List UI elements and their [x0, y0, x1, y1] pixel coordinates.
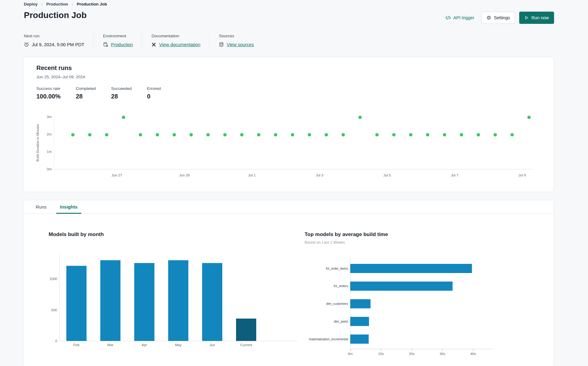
meta-sources: Sources View sources — [209, 34, 263, 47]
meta-environment: Environment Production — [94, 34, 142, 47]
svg-text:Build Duration in Minutes: Build Duration in Minutes — [36, 124, 39, 161]
svg-text:30s: 30s — [440, 352, 446, 356]
svg-text:0m: 0m — [47, 167, 52, 171]
next-run-value: Jul 9, 2024, 5:00 PM PDT — [32, 42, 84, 47]
svg-text:Jul 7: Jul 7 — [451, 173, 458, 177]
svg-text:Jun 29: Jun 29 — [179, 173, 190, 177]
page-title: Production Job — [24, 10, 87, 20]
view-sources-link[interactable]: View sources — [227, 42, 254, 47]
chevron-right-icon: › — [72, 2, 73, 6]
svg-text:20s: 20s — [409, 352, 415, 356]
svg-text:fct_order_items: fct_order_items — [326, 267, 348, 270]
svg-text:Feb: Feb — [73, 343, 80, 347]
settings-label: Settings — [494, 15, 510, 20]
stat-errored: Errored 0 — [147, 86, 161, 100]
api-trigger-link[interactable]: API trigger — [445, 15, 475, 20]
top-models-chart-title: Top models by average build time — [305, 231, 388, 238]
environment-link[interactable]: Production — [111, 42, 133, 47]
tab-insights[interactable]: Insights — [53, 200, 84, 213]
svg-text:Jun 27: Jun 27 — [112, 173, 122, 177]
breadcrumb-production-job: Production Job — [77, 2, 107, 6]
svg-text:Jul 9: Jul 9 — [519, 173, 526, 177]
settings-button[interactable]: ⚙ Settings — [481, 12, 515, 24]
svg-text:dim_parts: dim_parts — [334, 320, 348, 323]
alarm-clock-icon — [24, 42, 29, 47]
environment-stack-icon — [103, 42, 108, 47]
stat-succeeded: Succeeded 28 — [111, 86, 132, 100]
svg-text:Jun: Jun — [209, 343, 215, 347]
recent-runs-card: Recent runs Jun 25, 2024–Jul 09, 2024 Su… — [23, 57, 554, 192]
stat-success-rate: Success rate 100.00% — [36, 86, 61, 100]
svg-text:2m: 2m — [47, 132, 52, 136]
svg-text:Jul 1: Jul 1 — [248, 173, 256, 177]
run-now-label: Run now — [531, 15, 549, 20]
svg-text:May: May — [175, 343, 182, 347]
svg-text:0m: 0m — [348, 352, 353, 356]
tabs-row: Runs Insights — [24, 200, 554, 214]
header-actions: API trigger ⚙ Settings Run now — [445, 12, 554, 24]
job-detail-card: Runs Insights Models built by month 0500… — [23, 200, 554, 366]
top-models-hbar-chart: 0m10s20s30s40sfct_order_itemsfct_ordersd… — [303, 257, 510, 361]
production-job-page: Deploy › Production › Production Job Pro… — [0, 0, 588, 366]
meta-documentation: Documentation View documentation — [142, 34, 209, 47]
tab-runs[interactable]: Runs — [29, 200, 53, 213]
svg-text:1000: 1000 — [49, 277, 57, 281]
svg-text:materialization_incremental: materialization_incremental — [309, 337, 348, 341]
chevron-right-icon: › — [41, 2, 43, 6]
meta-next-run: Next run Jul 9, 2024, 5:00 PM PDT — [24, 34, 94, 47]
stat-completed: Completed 28 — [76, 86, 96, 100]
code-icon — [445, 16, 451, 20]
run-now-button[interactable]: Run now — [519, 12, 554, 24]
svg-text:Mar: Mar — [107, 343, 113, 347]
meta-environment-label: Environment — [103, 34, 133, 38]
svg-text:dim_customers: dim_customers — [326, 302, 348, 305]
svg-text:0: 0 — [55, 339, 57, 343]
breadcrumb: Deploy › Production › Production Job — [24, 2, 107, 6]
meta-sources-label: Sources — [219, 34, 254, 38]
dbt-logo-icon — [151, 42, 156, 47]
breadcrumb-deploy[interactable]: Deploy — [24, 2, 38, 6]
top-models-chart-subtitle: Based on Last 2 Weeks — [305, 240, 345, 245]
meta-documentation-label: Documentation — [151, 34, 200, 38]
svg-text:Apr: Apr — [142, 343, 147, 347]
meta-next-run-label: Next run — [24, 34, 84, 38]
build-duration-scatter-chart: Build Duration in Minutes0m1m2m3mJun 27J… — [34, 113, 551, 184]
svg-text:1m: 1m — [47, 150, 52, 153]
svg-text:Jul 3: Jul 3 — [316, 173, 323, 177]
database-icon — [219, 42, 224, 47]
svg-text:fct_orders: fct_orders — [334, 284, 348, 288]
api-trigger-label: API trigger — [453, 15, 475, 20]
recent-runs-title: Recent runs — [36, 65, 72, 72]
gear-icon: ⚙ — [486, 15, 491, 20]
recent-runs-stats: Success rate 100.00% Completed 28 Succee… — [36, 86, 161, 100]
recent-runs-date-range: Jun 25, 2024–Jul 09, 2024 — [36, 75, 85, 79]
models-built-chart-title: Models built by month — [49, 231, 104, 238]
play-icon — [524, 16, 529, 20]
view-documentation-link[interactable]: View documentation — [159, 42, 200, 47]
models-built-bar-chart: 05001000FebMarAprMayJunCurrent — [49, 251, 300, 358]
svg-text:3m: 3m — [47, 115, 52, 119]
svg-text:Jul 5: Jul 5 — [383, 173, 391, 177]
svg-text:500: 500 — [51, 308, 57, 312]
job-meta-row: Next run Jul 9, 2024, 5:00 PM PDT Enviro… — [24, 34, 263, 47]
svg-text:10s: 10s — [378, 352, 384, 356]
breadcrumb-production[interactable]: Production — [46, 2, 68, 6]
svg-text:Current: Current — [240, 343, 252, 347]
svg-text:40s: 40s — [470, 352, 476, 356]
